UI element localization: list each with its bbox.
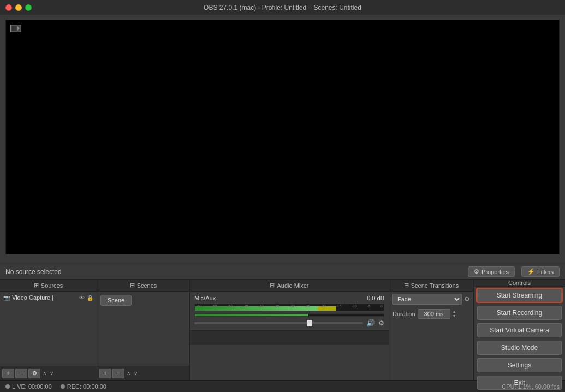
- live-status: LIVE: 00:00:00: [5, 383, 52, 390]
- audio-meter: -60 -55 -50 -45 -40 -35 -30 -25 -20 -15 …: [194, 304, 384, 311]
- title-bar: OBS 27.0.1 (mac) - Profile: Untitled – S…: [0, 0, 565, 15]
- scenes-panel: ⊟ Scenes Scene + − ∧ ∨: [97, 280, 190, 380]
- duration-up-button[interactable]: ▲: [453, 310, 456, 314]
- audio-header-icon: ⊟: [270, 282, 275, 289]
- rec-time: REC: 00:00:00: [67, 383, 106, 390]
- sources-panel-header: ⊞ Sources: [0, 280, 97, 292]
- audio-meter-2: [194, 313, 384, 317]
- preview-canvas: [5, 20, 560, 254]
- properties-button[interactable]: ⚙ Properties: [468, 266, 515, 277]
- audio-channel: Mic/Aux 0.0 dB -60 -55 -50 -45 -40 -35 -…: [190, 292, 389, 330]
- live-time: LIVE: 00:00:00: [12, 383, 52, 390]
- live-indicator: [5, 384, 10, 389]
- transition-selector-row: Fade ⚙: [389, 292, 473, 307]
- rec-indicator: [61, 384, 65, 389]
- no-source-bar: No source selected ⚙ Properties ⚡ Filter…: [0, 264, 565, 279]
- scenes-toolbar: + − ∧ ∨: [97, 366, 189, 380]
- cpu-info: CPU: 1.1%, 60.00 fps: [502, 383, 560, 390]
- scenes-panel-header: ⊟ Scenes: [97, 280, 189, 292]
- volume-handle[interactable]: [307, 320, 312, 326]
- scene-item[interactable]: Scene: [100, 295, 132, 306]
- window-title: OBS 27.0.1 (mac) - Profile: Untitled – S…: [204, 4, 361, 11]
- source-item-controls: 👁 🔒: [79, 295, 93, 301]
- duration-spinner: ▲ ▼: [453, 310, 456, 319]
- audio-channel-name: Mic/Aux: [194, 295, 216, 301]
- scene-up-button[interactable]: ∧: [126, 369, 132, 377]
- sources-list: 📷 Video Capture | 👁 🔒: [0, 292, 97, 366]
- start-virtual-camera-button[interactable]: Start Virtual Camera: [477, 323, 562, 337]
- remove-source-button[interactable]: −: [15, 369, 27, 378]
- audio-toolbar: [190, 330, 389, 345]
- audio-controls: 🔊 ⚙: [194, 319, 384, 327]
- gear-icon: ⚙: [474, 268, 479, 275]
- sources-toolbar: + − ⚙ ∧ ∨: [0, 366, 97, 380]
- video-capture-icon: 📷: [3, 295, 10, 301]
- settings-button[interactable]: Settings: [477, 358, 562, 372]
- volume-slider[interactable]: [194, 322, 363, 324]
- mute-button[interactable]: 🔊: [366, 319, 375, 327]
- scene-down-button[interactable]: ∨: [133, 369, 139, 377]
- scenes-list: Scene: [97, 292, 189, 366]
- minimize-button[interactable]: [15, 4, 22, 11]
- transition-select[interactable]: Fade: [392, 294, 462, 305]
- source-lock-icon[interactable]: 🔒: [87, 295, 93, 301]
- no-source-text: No source selected: [5, 268, 62, 276]
- filter-icon: ⚡: [527, 268, 535, 275]
- sources-header-icon: ⊞: [34, 282, 39, 289]
- rec-status: REC: 00:00:00: [61, 383, 106, 390]
- filters-button[interactable]: ⚡ Filters: [521, 266, 560, 277]
- transitions-header: ⊟ Scene Transitions: [389, 280, 473, 292]
- add-scene-button[interactable]: +: [99, 369, 111, 378]
- scenes-header-icon: ⊟: [130, 282, 135, 289]
- source-name: Video Capture |: [12, 294, 53, 301]
- controls-header: Controls: [474, 280, 565, 287]
- panel-row: ⊞ Sources 📷 Video Capture | 👁 🔒 + − ⚙ ∧: [0, 279, 565, 380]
- audio-channel-header: Mic/Aux 0.0 dB: [194, 295, 384, 301]
- audio-db-level: 0.0 dB: [367, 295, 384, 301]
- audio-settings-button[interactable]: ⚙: [378, 319, 384, 327]
- duration-row: Duration ▲ ▼: [389, 307, 473, 321]
- bottom-panel: No source selected ⚙ Properties ⚡ Filter…: [0, 264, 565, 392]
- audio-mixer-panel: ⊟ Audio Mixer Mic/Aux 0.0 dB -60 -55 -50…: [190, 280, 389, 380]
- meter-bar-2: [195, 314, 308, 316]
- preview-capture-icon: [10, 25, 21, 32]
- source-down-button[interactable]: ∨: [49, 369, 55, 377]
- source-settings-button[interactable]: ⚙: [28, 369, 40, 378]
- start-streaming-button[interactable]: Start Streaming: [477, 288, 562, 302]
- controls-panel: Controls Start Streaming Start Recording…: [474, 280, 565, 380]
- transition-gear-icon[interactable]: ⚙: [464, 295, 470, 303]
- svg-rect-2: [12, 26, 16, 31]
- audio-mixer-header: ⊟ Audio Mixer: [190, 280, 389, 292]
- duration-label: Duration: [392, 311, 415, 317]
- maximize-button[interactable]: [25, 4, 32, 11]
- add-source-button[interactable]: +: [2, 369, 14, 378]
- traffic-lights: [5, 4, 32, 11]
- duration-down-button[interactable]: ▼: [453, 314, 456, 318]
- scene-transitions-panel: ⊟ Scene Transitions Fade ⚙ Duration ▲ ▼: [389, 280, 474, 380]
- close-button[interactable]: [5, 4, 12, 11]
- duration-input[interactable]: [418, 309, 450, 319]
- source-visibility-icon[interactable]: 👁: [79, 295, 85, 301]
- studio-mode-button[interactable]: Studio Mode: [477, 341, 562, 355]
- list-item[interactable]: 📷 Video Capture | 👁 🔒: [0, 293, 97, 302]
- transitions-header-icon: ⊟: [404, 282, 409, 289]
- start-recording-button[interactable]: Start Recording: [477, 306, 562, 320]
- source-up-button[interactable]: ∧: [41, 369, 47, 377]
- remove-scene-button[interactable]: −: [112, 369, 124, 378]
- sources-panel: ⊞ Sources 📷 Video Capture | 👁 🔒 + − ⚙ ∧: [0, 280, 97, 380]
